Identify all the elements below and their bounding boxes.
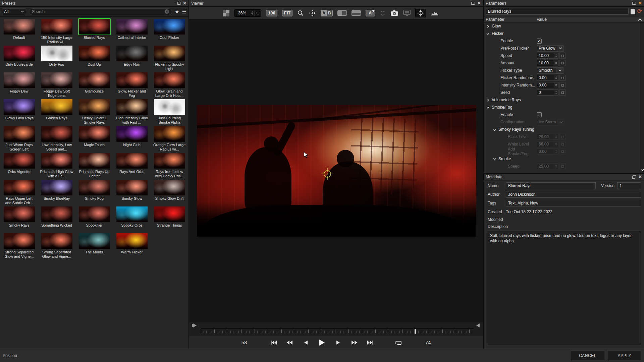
- rewind-button[interactable]: [285, 339, 294, 346]
- current-frame-number[interactable]: 58: [238, 340, 250, 345]
- dropdown-pre-post-flicker[interactable]: Pre Glow: [537, 45, 564, 52]
- preset-thumbnail[interactable]: [79, 46, 110, 61]
- preset-thumbnail[interactable]: [41, 153, 72, 169]
- cancel-button[interactable]: CANCEL: [571, 351, 604, 360]
- float-panel-icon[interactable]: [177, 2, 180, 5]
- timeline-ruler-area[interactable]: [189, 322, 483, 336]
- preset-thumbnail[interactable]: [4, 46, 35, 61]
- preset-item-default[interactable]: Default: [1, 19, 37, 46]
- preset-item-golden-rays[interactable]: Golden Rays: [39, 99, 74, 126]
- preset-thumbnail[interactable]: [154, 99, 185, 115]
- number-field-white-level[interactable]: 66.00: [537, 141, 554, 147]
- preset-thumbnail[interactable]: [154, 180, 185, 195]
- preset-thumbnail[interactable]: [79, 126, 110, 142]
- float-panel-icon[interactable]: [471, 2, 475, 5]
- preset-item-150-intensity-large-radius-wi[interactable]: 150 Intensity Large Radius wi...: [39, 19, 74, 46]
- reset-value-button[interactable]: [559, 53, 566, 59]
- favorites-star-icon[interactable]: ★: [175, 9, 179, 15]
- preset-thumbnail[interactable]: [116, 46, 148, 61]
- playhead-marker[interactable]: [415, 329, 416, 334]
- hamburger-menu-icon[interactable]: ☰: [182, 10, 186, 13]
- close-panel-icon[interactable]: ✕: [477, 2, 481, 5]
- name-field[interactable]: Blurred Rays: [506, 182, 596, 189]
- preset-item-dust-up[interactable]: Dust Up: [76, 46, 112, 72]
- preset-thumbnail[interactable]: [4, 99, 35, 115]
- search-clear-icon[interactable]: ✕: [165, 9, 169, 14]
- number-field-amount[interactable]: 10.00: [537, 60, 554, 66]
- reset-value-button[interactable]: [559, 89, 566, 96]
- loop-playback-icon[interactable]: [394, 339, 403, 346]
- preset-item-glow-grain-and-large-orb-hots[interactable]: Glow, Grain and Large Orb Hots...: [152, 72, 187, 99]
- value-spinner[interactable]: [554, 134, 558, 140]
- checkbox-unchecked[interactable]: [537, 112, 542, 117]
- fast-forward-button[interactable]: [350, 339, 359, 346]
- preset-item-foggy-dew[interactable]: Foggy Dew: [1, 72, 37, 99]
- scroll-down-icon[interactable]: [641, 168, 644, 172]
- scroll-up-icon[interactable]: [638, 17, 642, 22]
- preset-item-orange-glow-large-radius-wi[interactable]: Orange Glow Large Radius wi...: [152, 126, 187, 153]
- preset-filter-dropdown[interactable]: All: [2, 8, 26, 15]
- float-panel-icon[interactable]: [632, 175, 636, 179]
- preset-thumbnail[interactable]: [41, 180, 72, 195]
- preset-item-spooky-orbs[interactable]: Spooky Orbs: [114, 206, 150, 233]
- split-vertical-icon[interactable]: [337, 10, 347, 16]
- parameters-scrollbar[interactable]: [640, 22, 644, 173]
- preset-item-dirty-boulevarde[interactable]: Dirty Boulevarde: [1, 46, 37, 72]
- preset-thumbnail[interactable]: [116, 153, 148, 169]
- preset-item-rays-from-below-with-heavy-pris[interactable]: Rays from below with Heavy Pris...: [152, 153, 187, 180]
- preset-item-orbs-vignette[interactable]: Orbs Vignette: [1, 153, 37, 180]
- preset-item-blurred-rays[interactable]: Blurred Rays: [76, 19, 112, 46]
- preset-thumbnail[interactable]: [79, 180, 110, 195]
- preset-thumbnail[interactable]: [41, 126, 72, 142]
- preset-item-the-moors[interactable]: The Moors: [76, 233, 112, 260]
- collapse-chevron-icon[interactable]: [486, 32, 490, 35]
- preset-item-smoky-fog[interactable]: Smoky Fog: [76, 180, 112, 206]
- close-panel-icon[interactable]: ✕: [638, 175, 642, 179]
- play-button[interactable]: [318, 339, 326, 346]
- value-spinner[interactable]: [554, 89, 558, 96]
- checkbox-checked[interactable]: ✓: [537, 39, 542, 44]
- value-spinner[interactable]: [554, 148, 558, 155]
- number-field-flicker-randomne[interactable]: 0.00: [537, 75, 554, 81]
- preset-item-high-intensity-glow-with-fast[interactable]: High Intensity Glow with Fast ...: [114, 99, 150, 126]
- preset-thumbnail[interactable]: [4, 206, 35, 222]
- reset-value-button[interactable]: [559, 60, 566, 66]
- preset-item-strange-things[interactable]: Strange Things: [152, 206, 187, 233]
- reset-value-button[interactable]: [559, 148, 566, 155]
- value-spinner[interactable]: [554, 163, 558, 169]
- split-horizontal-icon[interactable]: [352, 10, 361, 16]
- zoom-spinner[interactable]: [250, 10, 254, 16]
- fit-button[interactable]: FIT: [282, 10, 293, 16]
- preset-item-flickering-spooky-light[interactable]: Flickering Spooky Light: [152, 46, 187, 72]
- value-spinner[interactable]: [554, 53, 558, 59]
- dropdown-configuration[interactable]: Ice Storm: [537, 119, 565, 125]
- number-field-speed[interactable]: 10.00: [537, 53, 554, 59]
- preset-thumbnail[interactable]: [79, 206, 110, 222]
- preset-thumbnail[interactable]: [116, 19, 148, 35]
- preset-thumbnail-selected[interactable]: [79, 19, 110, 35]
- preset-thumbnail[interactable]: [4, 19, 35, 35]
- pan-tool-icon[interactable]: [309, 9, 316, 17]
- preset-thumbnail[interactable]: [41, 72, 72, 88]
- preset-item-smoky-blueray[interactable]: Smoky BlueRay: [39, 180, 74, 206]
- broadcast-monitor-icon[interactable]: [403, 9, 411, 17]
- preset-item-magic-touch[interactable]: Magic Touch: [76, 126, 112, 153]
- preset-thumbnail[interactable]: [4, 180, 35, 195]
- dropdown-flicker-type[interactable]: Smooth: [537, 67, 564, 74]
- description-field[interactable]: Soft, blurred rays with flicker, prism a…: [487, 231, 641, 346]
- preset-thumbnail[interactable]: [154, 46, 185, 61]
- preset-item-glowy-lava-rays[interactable]: Glowy Lava Rays: [1, 99, 37, 126]
- preset-item-cool-flicker[interactable]: Cool Flicker: [152, 19, 187, 46]
- preset-thumbnail[interactable]: [79, 233, 110, 249]
- value-spinner[interactable]: [554, 75, 558, 81]
- preset-thumbnail[interactable]: [116, 72, 148, 88]
- viewer-canvas[interactable]: [189, 19, 483, 322]
- author-field[interactable]: John Dickinson: [506, 191, 641, 198]
- preset-thumbnail[interactable]: [154, 72, 185, 88]
- apply-button[interactable]: APPLY: [608, 351, 641, 360]
- range-start-handle[interactable]: [193, 323, 197, 327]
- number-field-speed[interactable]: 25.00: [537, 163, 554, 169]
- preset-item-rays-upper-left-and-subtle-orb[interactable]: Rays Upper Left and Subtle Orb...: [1, 180, 37, 206]
- go-to-start-button[interactable]: [269, 339, 278, 346]
- rgb-channels-icon[interactable]: [209, 10, 218, 16]
